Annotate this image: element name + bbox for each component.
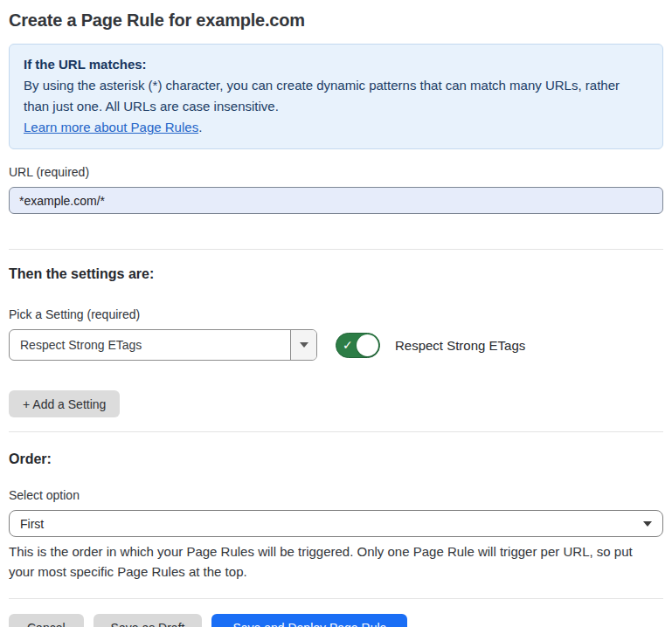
order-section-heading: Order: [9,451,663,468]
url-match-info-box: If the URL matches: By using the asteris… [9,44,663,149]
info-box-body: By using the asterisk (*) character, you… [24,75,648,117]
setting-row: Respect Strong ETags ✓ Respect Strong ET… [9,329,663,361]
url-field-label: URL (required) [9,165,663,180]
save-draft-button[interactable]: Save as Draft [94,614,203,627]
page-title: Create a Page Rule for example.com [9,9,663,31]
setting-toggle[interactable]: ✓ [336,333,380,358]
order-help-text: This is the order in which your Page Rul… [9,541,660,582]
section-divider [9,431,663,432]
toggle-knob [357,334,378,356]
setting-select-arrow-button[interactable] [290,330,316,360]
order-select[interactable]: First [9,510,663,537]
dropdown-arrow-icon [300,342,308,348]
footer-divider [9,598,663,599]
chevron-down-icon [643,521,652,527]
link-suffix: . [198,120,202,134]
section-divider [9,249,663,250]
order-select-value: First [20,517,44,531]
footer-actions: Cancel Save as Draft Save and Deploy Pag… [9,614,663,627]
setting-select[interactable]: Respect Strong ETags [9,329,317,361]
setting-toggle-label: Respect Strong ETags [395,338,525,353]
info-box-heading: If the URL matches: [24,54,648,75]
info-box-link-line: Learn more about Page Rules. [24,117,648,138]
order-select-label: Select option [9,488,663,503]
page-rule-form: Create a Page Rule for example.com If th… [0,9,672,627]
url-input[interactable] [9,187,663,214]
setting-select-value: Respect Strong ETags [10,330,290,360]
add-setting-button[interactable]: + Add a Setting [9,390,120,417]
check-icon: ✓ [343,339,353,351]
setting-picker-label: Pick a Setting (required) [9,307,663,322]
settings-section-heading: Then the settings are: [9,265,663,283]
learn-more-link[interactable]: Learn more about Page Rules [24,120,198,134]
cancel-button[interactable]: Cancel [9,614,84,627]
save-deploy-button[interactable]: Save and Deploy Page Rule [211,614,407,627]
